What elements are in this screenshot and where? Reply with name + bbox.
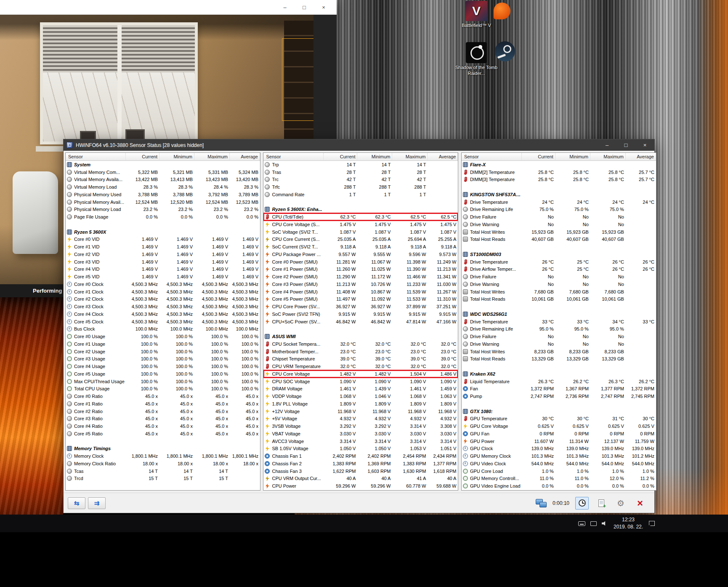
sensor-row[interactable]: Core #5 Usage100.0 %100.0 %100.0 %100.0 … (66, 370, 260, 378)
minimize-button[interactable]: – (275, 0, 295, 15)
sensor-row[interactable]: Trc42 T42 T42 T (263, 176, 458, 184)
sensor-row[interactable]: CPU VRM Output Cur...40 A40 A41 A40 A (263, 475, 458, 483)
sensor-row[interactable]: CPU+SoC Power (SV...46.842 W46.842 W47.8… (263, 318, 458, 326)
photo-window-titlebar[interactable]: – □ × (0, 0, 337, 15)
sensor-row[interactable]: Core #1 VID1.469 V1.469 V1.469 V1.469 V (66, 243, 260, 251)
sensor-row[interactable]: Core #4 Clock4,500.3 MHz4,500.3 MHz4,500… (66, 310, 260, 318)
sensor-row[interactable]: CPU Core Current (S...25.035 A25.035 A25… (263, 236, 458, 243)
sensor-row[interactable]: Core #0 VID1.469 V1.469 V1.469 V1.469 V (66, 236, 260, 243)
sensor-row[interactable]: +5V Voltage4.932 V4.932 V4.932 V4.932 V (263, 415, 458, 423)
column-header[interactable]: Current (324, 153, 357, 160)
sensor-group-row[interactable]: KINGSTON SHF537A2... (462, 191, 656, 198)
sensor-row[interactable]: Core #0 Ratio45.0 x45.0 x45.0 x45.0 x (66, 392, 260, 400)
sensor-row[interactable]: SoC Voltage (SVI2 T...1.087 V1.087 V1.08… (263, 228, 458, 236)
sensor-row[interactable]: GPU Temperature30 °C30 °C31 °C30 °C (462, 415, 656, 423)
desktop-icon-origin[interactable] (492, 3, 513, 19)
sensor-row[interactable]: +12V Voltage11.968 V11.968 V11.968 V11.9… (263, 408, 458, 415)
sensor-row[interactable]: Drive Airflow Temper...26 °C25 °C26 °C26… (462, 266, 656, 273)
sensor-row[interactable]: Core #3 Power (SMU)11.213 W10.726 W11.23… (263, 280, 458, 288)
column-header[interactable]: Current (126, 153, 159, 160)
sensor-row[interactable]: Physical Memory Avail...12,524 MB12,520 … (66, 198, 260, 206)
sensor-group-row[interactable]: ASUS WMI (263, 333, 458, 340)
sensor-row[interactable]: Pump2,747 RPM2,736 RPM2,747 RPM2,745 RPM (462, 392, 656, 400)
sensor-row[interactable]: Trp14 T14 T14 T (263, 161, 458, 168)
column-header[interactable]: Minimum (555, 153, 590, 160)
sensor-group-row[interactable]: GTX 1080: (462, 408, 656, 415)
sensor-row[interactable]: Core #0 Usage100.0 %100.0 %100.0 %100.0 … (66, 333, 260, 340)
sensor-row[interactable]: Core #2 Clock4,500.3 MHz4,500.3 MHz4,500… (66, 296, 260, 303)
sensor-row[interactable]: DRAM Voltage1.461 V1.439 V1.461 V1.459 V (263, 385, 458, 393)
sensor-group-row[interactable]: System (66, 161, 260, 168)
hwinfo-titlebar[interactable]: HWiNFO64 v6.10-3880 Sensor Status [28 va… (64, 139, 654, 151)
nav-next-button[interactable]: ⇉ (88, 497, 106, 509)
sensor-row[interactable]: Total Host Reads40,607 GB40,607 GB40,607… (462, 236, 656, 243)
sensor-row[interactable]: Core #1 Clock4,500.3 MHz4,500.3 MHz4,500… (66, 288, 260, 296)
sensor-row[interactable]: Motherboard Temper...23.0 °C23.0 °C23.0 … (263, 348, 458, 355)
column-header[interactable]: Maximum (590, 153, 626, 160)
sensor-group-row[interactable]: Flare-X (462, 161, 656, 168)
sensor-row[interactable]: VDDP Voltage1.068 V1.046 V1.068 V1.063 V (263, 392, 458, 400)
sensor-row[interactable]: Virtual Memory Load28.3 %28.3 %28.4 %28.… (66, 183, 260, 191)
sensor-row[interactable]: GPU Memory Controll...11.0 %11.0 %12.0 %… (462, 475, 656, 483)
sensor-row[interactable]: Total Host Reads10,061 GB10,061 GB10,061… (462, 296, 656, 303)
taskbar[interactable]: 12:23 2019. 08. 22. (0, 515, 728, 532)
sensor-row[interactable]: 3VSB Voltage3.292 V3.292 V3.314 V3.308 V (263, 422, 458, 430)
sensor-row[interactable]: GPU Core Voltage0.625 V0.625 V0.625 V0.6… (462, 422, 656, 430)
sensor-row[interactable]: Core #4 Ratio45.0 x45.0 x45.0 x45.0 x (66, 422, 260, 430)
sensor-row[interactable]: Core #3 Clock4,500.3 MHz4,500.3 MHz4,500… (66, 303, 260, 310)
sensor-row[interactable]: GPU Core Load1.0 %1.0 %1.0 %1.0 % (462, 467, 656, 475)
sensor-row[interactable]: Total Host Reads13,329 GB13,329 GB13,329… (462, 355, 656, 363)
sensor-row[interactable]: GPU Fan0 RPM0 RPM0 RPM0 RPM (462, 430, 656, 438)
sensor-row[interactable]: VBAT Voltage3.030 V3.030 V3.030 V3.030 V (263, 430, 458, 438)
sensor-row[interactable]: SB 1.05V Voltage1.050 V1.050 V1.053 V1.0… (263, 445, 458, 453)
sensor-group-row[interactable]: Memory Timings (66, 445, 260, 453)
sensor-row[interactable]: Memory Clock Ratio18.00 x18.00 x18.00 x1… (66, 460, 260, 467)
sensor-row[interactable]: CPU Socket Tempera...32.0 °C32.0 °C32.0 … (263, 340, 458, 348)
sensor-row[interactable]: Virtual Memory Availa...13,422 MB13,413 … (66, 176, 260, 184)
sensor-row[interactable]: Chipset Temperature39.0 °C39.0 °C39.0 °C… (263, 355, 458, 363)
sensor-row[interactable]: AVCC3 Voltage3.314 V3.314 V3.314 V3.314 … (263, 438, 458, 445)
sensor-row[interactable]: Bus Clock100.0 MHz100.0 MHz100.0 MHz100.… (66, 326, 260, 333)
sensor-row[interactable]: Chassis Fan 21,383 RPM1,369 RPM1,383 RPM… (263, 460, 458, 467)
close-sensors-button[interactable]: × (633, 497, 647, 510)
sensor-row[interactable]: Core #2 VID1.469 V1.469 V1.469 V1.469 V (66, 251, 260, 258)
sensor-row[interactable]: Core #4 Usage100.0 %100.0 %100.0 %100.0 … (66, 363, 260, 370)
sensor-row[interactable]: Core #1 Usage100.0 %100.0 %100.0 %100.0 … (66, 340, 260, 348)
sensor-row[interactable]: Core #0 Clock4,500.3 MHz4,500.3 MHz4,500… (66, 280, 260, 288)
sensor-row[interactable]: Core #5 VID1.469 V1.469 V1.469 V1.469 V (66, 273, 260, 280)
sensor-row[interactable]: Liquid Temperature26.3 °C26.2 °C26.3 °C2… (462, 378, 656, 385)
sensor-row[interactable]: Core #5 Power (SMU)11.497 W11.092 W11.53… (263, 296, 458, 303)
sensor-row[interactable]: SoC Power (SVI2 TFN)9.915 W9.915 W9.915 … (263, 310, 458, 318)
sensor-row[interactable]: Drive FailureNoNoNo (462, 273, 656, 280)
column-header[interactable]: Maximum (392, 153, 428, 160)
sensor-row[interactable]: SoC Current (SVI2 T...9.118 A9.118 A9.11… (263, 243, 458, 251)
network-icon[interactable] (590, 521, 597, 526)
sensor-row[interactable]: Memory Clock1,800.1 MHz1,800.1 MHz1,800.… (66, 452, 260, 460)
sensor-row[interactable]: Drive FailureNoNoNo (462, 333, 656, 340)
sensor-row[interactable]: GPU Video Clock544.0 MHz544.0 MHz544.0 M… (462, 460, 656, 467)
sensor-row[interactable]: Core #5 Ratio45.0 x45.0 x45.0 x45.0 x (66, 430, 260, 438)
sensor-row[interactable]: Command Rate1 T1 T1 T (263, 191, 458, 198)
sensor-row[interactable]: Max CPU/Thread Usage100.0 %100.0 %100.0 … (66, 378, 260, 385)
settings-button[interactable]: ⚙ (614, 497, 627, 510)
sensor-row[interactable]: GPU Power11.607 W11.314 W12.137 W11.759 … (462, 438, 656, 445)
nav-previous-button[interactable]: ⇆ (68, 497, 85, 509)
sensor-row[interactable]: Total Host Writes8,233 GB8,233 GB8,233 G… (462, 348, 656, 355)
remote-monitoring-icon[interactable] (536, 499, 547, 507)
sensor-row[interactable]: Core #3 VID1.469 V1.469 V1.469 V1.469 V (66, 258, 260, 266)
sensor-row[interactable]: Core #3 Usage100.0 %100.0 %100.0 %100.0 … (66, 355, 260, 363)
sensor-row[interactable]: Drive Temperature33 °C33 °C34 °C33 °C (462, 318, 656, 326)
sensor-row[interactable]: Core #2 Power (SMU)11.290 W11.172 W11.46… (263, 273, 458, 280)
sensor-row[interactable]: DIMM[3] Temperature25.8 °C25.8 °C25.8 °C… (462, 176, 656, 184)
column-header[interactable]: Average (428, 153, 458, 160)
sensor-row[interactable]: CPU Core Voltage1.482 V1.482 V1.504 V1.4… (263, 370, 458, 378)
sensor-row[interactable]: Core #1 Power (SMU)11.260 W11.025 W11.39… (263, 266, 458, 273)
sensor-row[interactable]: CPU (Tctl/Tdie)62.3 °C62.3 °C62.5 °C62.5… (263, 213, 458, 221)
sensor-row[interactable]: Core #2 Usage100.0 %100.0 %100.0 %100.0 … (66, 348, 260, 355)
maximize-button[interactable]: □ (616, 139, 635, 151)
column-header[interactable]: Sensor (263, 153, 324, 160)
column-header[interactable]: Sensor (462, 153, 522, 160)
sensor-row[interactable]: Chassis Fan 31,622 RPM1,603 RPM1,630 RPM… (263, 467, 458, 475)
sensor-row[interactable]: Core #2 Ratio45.0 x45.0 x45.0 x45.0 x (66, 408, 260, 415)
sensor-row[interactable]: Chassis Fan 12,402 RPM2,402 RPM2,454 RPM… (263, 452, 458, 460)
